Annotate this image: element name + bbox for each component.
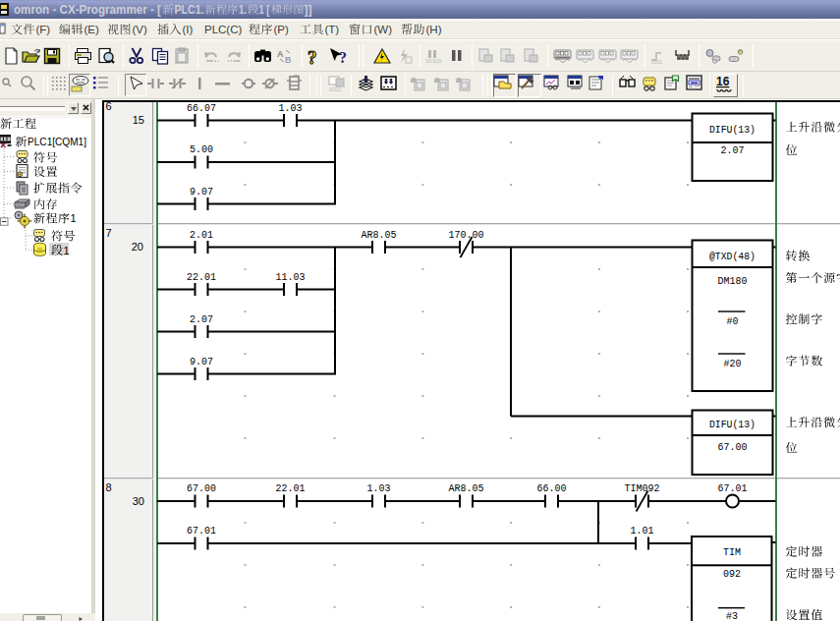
- svg-text:7: 7: [106, 227, 112, 239]
- svg-text:1.03: 1.03: [367, 482, 391, 494]
- svg-text:@TXD(48): @TXD(48): [709, 251, 756, 262]
- svg-text:#0: #0: [727, 315, 739, 327]
- svg-text:(P): (P): [274, 24, 290, 35]
- svg-text:9.07: 9.07: [190, 186, 213, 198]
- svg-text:omron - CX-Programmer - [: omron - CX-Programmer - [: [14, 3, 161, 17]
- svg-text:AR8.05: AR8.05: [449, 482, 484, 494]
- svg-text:20: 20: [132, 241, 143, 253]
- svg-text:5.00: 5.00: [190, 143, 213, 155]
- svg-text:(W): (W): [374, 24, 393, 35]
- svg-text:?: ?: [308, 47, 317, 68]
- svg-text:0202: 0202: [329, 86, 341, 92]
- svg-text:#20: #20: [724, 358, 742, 369]
- svg-text:1 [: 1 [: [259, 3, 270, 17]
- svg-text:22.01: 22.01: [187, 271, 216, 283]
- svg-text:2.07: 2.07: [190, 313, 213, 325]
- svg-text:1: 1: [64, 245, 70, 256]
- svg-text:10101: 10101: [425, 58, 442, 64]
- svg-text:PLC1.: PLC1.: [175, 3, 204, 17]
- svg-text:TIM: TIM: [723, 546, 741, 558]
- svg-text:(T): (T): [325, 24, 340, 35]
- svg-text:1.: 1.: [239, 3, 247, 17]
- svg-text:67.01: 67.01: [187, 525, 216, 536]
- svg-text:9.07: 9.07: [190, 356, 213, 367]
- svg-text:1.03: 1.03: [279, 102, 303, 114]
- svg-text:DIFU(13): DIFU(13): [709, 419, 756, 430]
- svg-text:1.01: 1.01: [631, 525, 654, 536]
- svg-text:11.03: 11.03: [276, 271, 306, 283]
- svg-text:2.01: 2.01: [190, 229, 213, 241]
- svg-text:TIM092: TIM092: [625, 482, 660, 494]
- svg-text:(I): (I): [183, 24, 194, 35]
- svg-text:16: 16: [716, 75, 730, 88]
- svg-text:30: 30: [133, 495, 144, 507]
- svg-text:DIFU(13): DIFU(13): [709, 124, 756, 136]
- svg-text:67.00: 67.00: [187, 482, 216, 494]
- svg-text:(F): (F): [36, 24, 51, 35]
- svg-text:AR8.05: AR8.05: [362, 229, 397, 241]
- svg-text:(V): (V): [133, 24, 148, 35]
- svg-text:PLC1[CQM1]: PLC1[CQM1]: [28, 136, 86, 147]
- svg-text:?: ?: [339, 49, 347, 66]
- svg-text:(E): (E): [84, 24, 100, 35]
- svg-text:DM180: DM180: [718, 275, 748, 287]
- svg-text:2.07: 2.07: [721, 144, 745, 156]
- svg-text:092: 092: [723, 568, 741, 580]
- svg-text:1: 1: [71, 212, 77, 224]
- svg-text:67.01: 67.01: [718, 482, 748, 494]
- svg-text:B: B: [285, 55, 292, 65]
- svg-text:22.01: 22.01: [276, 482, 306, 494]
- svg-text:66.00: 66.00: [537, 482, 567, 494]
- svg-text:8: 8: [106, 481, 112, 493]
- svg-text:66.07: 66.07: [187, 102, 216, 114]
- svg-text:170.00: 170.00: [449, 229, 484, 241]
- svg-text:A: A: [277, 49, 284, 59]
- svg-text:15: 15: [133, 114, 144, 126]
- svg-text:(H): (H): [426, 24, 442, 35]
- svg-text:6: 6: [106, 100, 112, 112]
- svg-text:]]: ]]: [305, 3, 312, 17]
- svg-text:67.00: 67.00: [718, 441, 748, 453]
- svg-text:0101: 0101: [651, 59, 662, 65]
- svg-text:#3: #3: [726, 610, 738, 621]
- svg-text:PLC(C): PLC(C): [204, 24, 243, 35]
